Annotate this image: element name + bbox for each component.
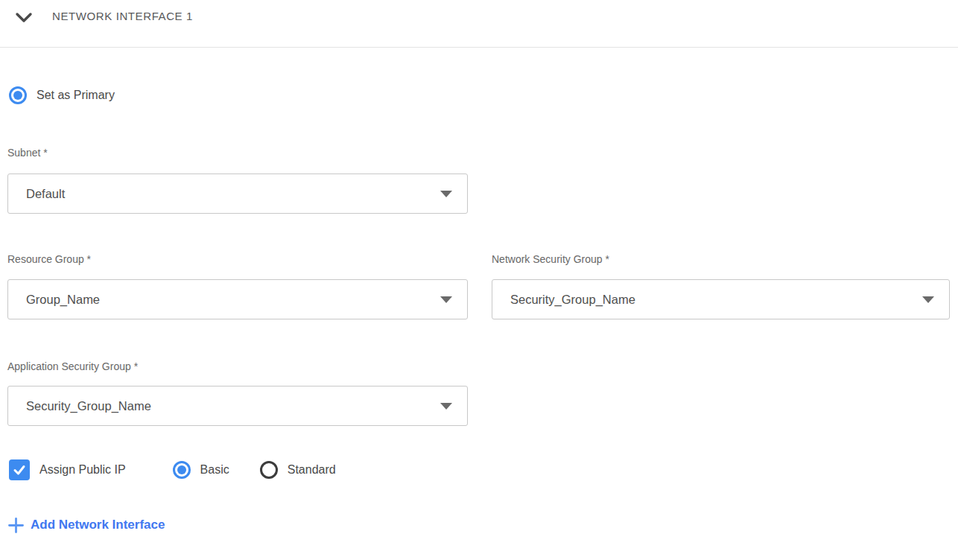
sku-basic-label: Basic: [200, 463, 229, 477]
resource-group-value: Group_Name: [26, 293, 100, 307]
add-network-interface-label: Add Network Interface: [31, 518, 165, 532]
section-header: NETWORK INTERFACE 1: [0, 0, 958, 48]
public-ip-row: Assign Public IP Basic Standard: [9, 459, 336, 480]
collapse-section-button[interactable]: [13, 7, 34, 28]
set-as-primary-radio[interactable]: [9, 86, 27, 104]
checkmark-icon: [12, 462, 27, 477]
set-as-primary-option: Set as Primary: [9, 86, 115, 104]
network-security-group-label: Network Security Group *: [492, 253, 609, 265]
dropdown-caret-icon: [440, 296, 452, 303]
application-security-group-label: Application Security Group *: [7, 360, 138, 372]
subnet-value: Default: [26, 187, 65, 201]
plus-icon: [7, 517, 24, 533]
radio-selected-dot-icon: [177, 465, 186, 474]
network-security-group-dropdown[interactable]: Security_Group_Name: [492, 279, 950, 319]
resource-group-label: Resource Group *: [7, 253, 91, 265]
subnet-label: Subnet *: [7, 147, 48, 159]
radio-selected-dot-icon: [13, 91, 22, 100]
section-title: NETWORK INTERFACE 1: [52, 10, 193, 22]
sku-basic-radio[interactable]: [173, 461, 191, 479]
dropdown-caret-icon: [440, 191, 452, 197]
sku-standard-label: Standard: [288, 463, 336, 477]
set-as-primary-label: Set as Primary: [37, 89, 115, 102]
chevron-down-icon: [15, 12, 33, 24]
dropdown-caret-icon: [440, 403, 452, 410]
resource-group-dropdown[interactable]: Group_Name: [7, 279, 468, 319]
network-security-group-value: Security_Group_Name: [510, 293, 635, 307]
assign-public-ip-label: Assign Public IP: [39, 463, 126, 477]
dropdown-caret-icon: [922, 296, 934, 303]
assign-public-ip-checkbox[interactable]: [9, 459, 30, 480]
application-security-group-value: Security_Group_Name: [26, 399, 151, 413]
sku-standard-radio[interactable]: [260, 461, 278, 479]
network-interface-form: NETWORK INTERFACE 1 Set as Primary Subne…: [0, 0, 958, 560]
application-security-group-dropdown[interactable]: Security_Group_Name: [7, 386, 468, 426]
add-network-interface-button[interactable]: Add Network Interface: [7, 517, 165, 533]
subnet-dropdown[interactable]: Default: [7, 174, 468, 214]
